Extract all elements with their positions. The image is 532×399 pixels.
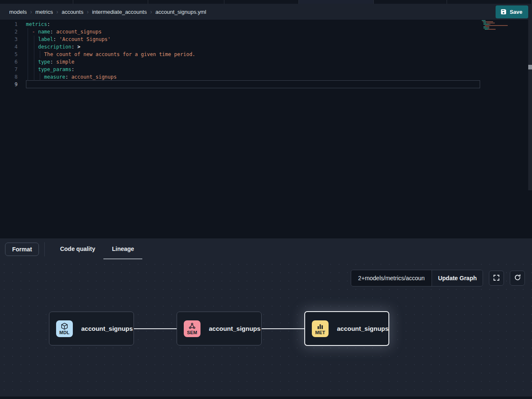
code-line[interactable]: 9 bbox=[0, 81, 532, 88]
editor-tab[interactable] bbox=[0, 0, 73, 4]
bottom-strip bbox=[0, 396, 532, 399]
save-button[interactable]: Save bbox=[496, 5, 528, 18]
node-label: account_signups bbox=[337, 325, 388, 332]
breadcrumb-item[interactable]: account_signups.yml bbox=[155, 9, 206, 15]
breadcrumb: models›metrics›accounts›intermediate_acc… bbox=[9, 8, 496, 15]
editor-scrollbar-thumb[interactable] bbox=[528, 65, 532, 69]
node-label: account_signups bbox=[81, 325, 133, 332]
fullscreen-icon bbox=[493, 274, 500, 282]
node-label: account_signups bbox=[209, 325, 260, 332]
lineage-node-met[interactable]: METaccount_signups bbox=[304, 311, 389, 346]
code-line[interactable]: 7 type_params: bbox=[0, 66, 532, 73]
node-badge-mdl: MDL bbox=[56, 320, 73, 337]
code-text: The count of new accounts for a given ti… bbox=[18, 51, 195, 58]
lineage-canvas[interactable]: Update Graph MDLaccount_si bbox=[0, 260, 532, 396]
fullscreen-button[interactable] bbox=[489, 271, 504, 286]
code-line[interactable]: 3 label: 'Account Signups' bbox=[0, 36, 532, 43]
chevron-right-icon: › bbox=[30, 8, 32, 15]
editor-tab[interactable] bbox=[73, 0, 148, 4]
editor-tab[interactable] bbox=[224, 0, 299, 4]
code-line[interactable]: 1metrics: bbox=[0, 20, 532, 28]
bar-chart-icon bbox=[316, 322, 324, 330]
editor-tab-strip bbox=[0, 0, 532, 4]
line-number: 6 bbox=[0, 58, 18, 66]
editor-scrollbar-track[interactable] bbox=[528, 20, 532, 190]
breadcrumb-bar: models›metrics›accounts›intermediate_acc… bbox=[0, 4, 532, 20]
node-badge-label: MET bbox=[315, 330, 325, 335]
panel-tab-label: Lineage bbox=[112, 246, 134, 252]
update-graph-button[interactable]: Update Graph bbox=[432, 270, 483, 286]
code-text: metrics: bbox=[18, 20, 50, 28]
editor-tab[interactable] bbox=[374, 0, 447, 4]
toolbar-divider bbox=[44, 242, 45, 256]
save-label: Save bbox=[510, 9, 522, 15]
panel-toolbar: Format Code qualityLineage bbox=[0, 238, 532, 260]
code-line[interactable]: 4 description: > bbox=[0, 43, 532, 51]
chevron-right-icon: › bbox=[87, 8, 89, 15]
node-badge-label: MDL bbox=[59, 330, 69, 335]
line-number: 7 bbox=[0, 66, 18, 73]
breadcrumb-item[interactable]: accounts bbox=[62, 9, 83, 15]
format-button[interactable]: Format bbox=[5, 243, 39, 256]
node-badge-label: SEM bbox=[187, 330, 197, 335]
refresh-button[interactable] bbox=[510, 271, 525, 286]
code-text: description: > bbox=[18, 43, 80, 51]
editor-tab[interactable] bbox=[299, 0, 374, 4]
code-line[interactable]: 5 The count of new accounts for a given … bbox=[0, 51, 532, 58]
line-number: 3 bbox=[0, 36, 18, 43]
line-number: 9 bbox=[0, 81, 18, 88]
line-number: 2 bbox=[0, 28, 18, 36]
code-line[interactable]: 2 - name: account_signups bbox=[0, 28, 532, 36]
graph-filter-group: Update Graph bbox=[351, 270, 483, 286]
code-text bbox=[18, 81, 26, 88]
code-line[interactable]: 8 measure: account_signups bbox=[0, 73, 532, 81]
breadcrumb-item[interactable]: models bbox=[9, 9, 27, 15]
editor-tab[interactable] bbox=[148, 0, 224, 4]
line-number: 8 bbox=[0, 73, 18, 81]
code-text: type_params: bbox=[18, 66, 75, 73]
lineage-node-sem[interactable]: SEMaccount_signups bbox=[177, 312, 262, 345]
minimap[interactable] bbox=[482, 20, 509, 31]
semantic-nodes-icon bbox=[188, 322, 196, 330]
chevron-right-icon: › bbox=[150, 8, 152, 15]
code-editor[interactable]: 1metrics:2 - name: account_signups3 labe… bbox=[0, 20, 532, 238]
line-number: 4 bbox=[0, 43, 18, 51]
lineage-edge bbox=[262, 328, 304, 329]
code-text: type: simple bbox=[18, 58, 75, 66]
chevron-right-icon: › bbox=[56, 8, 58, 15]
node-badge-met: MET bbox=[312, 320, 329, 337]
code-line[interactable]: 6 type: simple bbox=[0, 58, 532, 66]
line-number: 5 bbox=[0, 51, 18, 58]
code-text: label: 'Account Signups' bbox=[18, 36, 111, 43]
graph-controls: Update Graph bbox=[351, 270, 525, 286]
editor-tab[interactable] bbox=[447, 0, 532, 4]
active-tab-underline bbox=[103, 258, 142, 259]
node-badge-sem: SEM bbox=[184, 320, 200, 337]
code-text: measure: account_signups bbox=[18, 73, 117, 81]
line-number: 1 bbox=[0, 20, 18, 28]
panel-tab-label: Code quality bbox=[60, 246, 95, 252]
lineage-node-mdl[interactable]: MDLaccount_signups bbox=[49, 312, 134, 345]
panel-tab-lineage[interactable]: Lineage bbox=[103, 239, 142, 259]
breadcrumb-item[interactable]: metrics bbox=[36, 9, 53, 15]
breadcrumb-item[interactable]: intermediate_accounts bbox=[92, 9, 147, 15]
lineage-filter-input[interactable] bbox=[351, 270, 432, 286]
panel-tab-code-quality[interactable]: Code quality bbox=[51, 239, 103, 259]
refresh-icon bbox=[514, 274, 521, 282]
save-icon bbox=[501, 9, 506, 15]
code-text: - name: account_signups bbox=[18, 28, 102, 36]
lineage-edge bbox=[134, 328, 177, 329]
bottom-panel: Format Code qualityLineage Update Graph bbox=[0, 238, 532, 399]
cube-icon bbox=[61, 322, 68, 330]
